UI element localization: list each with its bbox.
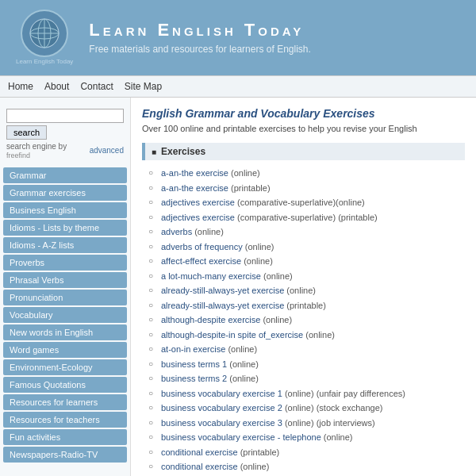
list-item: business vocabulary exercise 3 (online) …: [148, 416, 465, 430]
nav-contact[interactable]: Contact: [80, 81, 113, 92]
exercise-link[interactable]: affect-effect exercise: [161, 256, 241, 266]
exercise-note: (online): [261, 271, 293, 281]
nav-about[interactable]: About: [44, 81, 69, 92]
exercise-note: (online) (stock exchange): [282, 403, 383, 413]
list-item: business terms 1 (online): [148, 358, 465, 371]
logo-label: Learn English Today: [16, 59, 73, 66]
header-text-block: Learn English Today Free materials and r…: [89, 20, 460, 55]
logo-circle: [21, 10, 68, 57]
exercise-link[interactable]: already-still-always-yet exercise: [161, 301, 284, 310]
exercise-link[interactable]: at-on-in exercise: [161, 344, 225, 354]
sidebar-item-famous-quotations[interactable]: Famous Quotations: [3, 377, 127, 393]
list-item: adjectives exercise (comparative-superla…: [148, 211, 465, 225]
search-button[interactable]: search: [6, 125, 47, 140]
exercise-note: (online): [260, 315, 292, 324]
list-item: although-despite exercise (online): [148, 313, 465, 327]
sidebar-item-business-english[interactable]: Business English: [3, 202, 127, 218]
exercises-header: Exercises: [142, 143, 465, 160]
list-item: business vocabulary exercise - telephone…: [148, 431, 465, 444]
sidebar-item-idioms-theme[interactable]: Idioms - Lists by theme: [3, 220, 127, 236]
exercise-link[interactable]: already-still-always-yet exercise: [161, 286, 284, 295]
exercise-note: (printable): [284, 301, 326, 310]
search-engine-row: search engine by freefind advanced: [6, 142, 124, 159]
exercise-link[interactable]: adjectives exercise: [161, 198, 235, 207]
exercise-note: (online): [243, 242, 274, 251]
list-item: adverbs (online): [148, 225, 465, 239]
list-item: adjectives exercise (comparative-superla…: [148, 196, 465, 209]
list-item: a lot-much-many exercise (online): [148, 270, 465, 283]
nav-bar: Home About Contact Site Map: [0, 75, 476, 98]
exercise-link[interactable]: business vocabulary exercise 1: [161, 389, 282, 398]
list-item: conditional exercise (printable): [148, 446, 465, 459]
exercise-link[interactable]: although-despite exercise: [161, 315, 260, 324]
nav-home[interactable]: Home: [8, 81, 33, 92]
exercise-note: (printable): [228, 183, 271, 193]
exercise-note: (online) (unfair pay differences): [282, 389, 405, 398]
sidebar-item-grammar[interactable]: Grammar: [3, 167, 127, 183]
sidebar-item-word-games[interactable]: Word games: [3, 342, 127, 358]
list-item: a-an-the exercise (printable): [148, 182, 465, 195]
exercise-link[interactable]: business terms 2: [161, 374, 227, 383]
search-area: search search engine by freefind advance…: [0, 104, 130, 166]
site-title: Learn English Today: [89, 20, 460, 40]
exercise-note: (online): [228, 168, 260, 178]
exercise-link[interactable]: adjectives exercise: [161, 213, 235, 222]
sidebar: search search engine by freefind advance…: [0, 98, 131, 476]
content-area: English Grammar and Vocabulary Exercises…: [131, 98, 476, 476]
exercise-link[interactable]: business vocabulary exercise 3: [161, 418, 282, 428]
sidebar-item-vocabulary[interactable]: Vocabulary: [3, 307, 127, 323]
exercise-note: (online): [321, 432, 353, 442]
sidebar-item-newspapers-radio[interactable]: Newspapers-Radio-TV: [3, 447, 127, 463]
advanced-link[interactable]: advanced: [90, 146, 124, 155]
exercise-link[interactable]: conditional exercise: [161, 447, 238, 457]
exercise-link[interactable]: conditional exercise: [161, 462, 238, 471]
exercise-link[interactable]: adverbs of frequency: [161, 242, 243, 251]
content-title: English Grammar and Vocabulary Exercises: [142, 107, 465, 120]
list-item: at-on-in exercise (online): [148, 343, 465, 356]
exercise-note: (online): [227, 374, 259, 383]
exercise-note: (online): [241, 256, 273, 266]
sidebar-item-new-words[interactable]: New words in English: [3, 324, 127, 340]
exercise-link[interactable]: adverbs: [161, 227, 192, 236]
sidebar-item-pronunciation[interactable]: Pronunciation: [3, 290, 127, 305]
site-header: Learn English Today Learn English Today …: [0, 0, 476, 75]
exercise-note: (online): [303, 330, 335, 340]
list-item: business terms 2 (online): [148, 372, 465, 386]
exercise-note: (comparative-superlative)(online): [235, 198, 365, 207]
sidebar-item-idioms-az[interactable]: Idioms - A-Z lists: [3, 237, 127, 253]
exercise-link[interactable]: business terms 1: [161, 359, 227, 369]
sidebar-item-resources-learners[interactable]: Resources for learners: [3, 394, 127, 410]
exercise-link[interactable]: although-despite-in spite of_exercise: [161, 330, 303, 340]
exercise-note: (printable): [238, 447, 280, 457]
site-tagline: Free materials and resources for learner…: [89, 44, 460, 55]
exercise-note: (online) (job interviews): [282, 418, 375, 428]
exercise-note: (online): [192, 227, 224, 236]
search-engine-label: search engine by freefind: [6, 142, 67, 159]
sidebar-item-fun-activities[interactable]: Fun activities: [3, 429, 127, 445]
list-item: affect-effect exercise (online): [148, 255, 465, 268]
list-item: business vocabulary exercise 1 (online) …: [148, 387, 465, 401]
list-item: already-still-always-yet exercise (onlin…: [148, 284, 465, 298]
content-subtitle: Over 100 online and printable exercises …: [142, 123, 465, 135]
list-item: adverbs of frequency (online): [148, 240, 465, 254]
exercise-link[interactable]: a lot-much-many exercise: [161, 271, 261, 281]
exercises-list: a-an-the exercise (online)a-an-the exerc…: [142, 167, 465, 476]
list-item: although-despite-in spite of_exercise (o…: [148, 328, 465, 342]
sidebar-item-phrasal-verbs[interactable]: Phrasal Verbs: [3, 272, 127, 288]
sidebar-item-grammar-exercises[interactable]: Grammar exercises: [3, 185, 127, 201]
exercise-link[interactable]: a-an-the exercise: [161, 183, 228, 193]
list-item: business vocabulary exercise 2 (online) …: [148, 401, 465, 415]
list-item: a-an-the exercise (online): [148, 167, 465, 180]
exercise-link[interactable]: business vocabulary exercise - telephone: [161, 432, 321, 442]
search-input[interactable]: [6, 109, 124, 123]
exercise-link[interactable]: business vocabulary exercise 2: [161, 403, 282, 413]
freefind-label: freefind: [6, 152, 30, 159]
exercise-note: (comparative-superlative) (printable): [235, 213, 378, 222]
sidebar-item-environment[interactable]: Environment-Ecology: [3, 359, 127, 375]
list-item: already-still-always-yet exercise (print…: [148, 299, 465, 313]
nav-sitemap[interactable]: Site Map: [125, 81, 162, 92]
sidebar-item-resources-teachers[interactable]: Resources for teachers: [3, 412, 127, 428]
sidebar-item-proverbs[interactable]: Proverbs: [3, 255, 127, 271]
exercise-link[interactable]: a-an-the exercise: [161, 168, 228, 178]
exercise-note: (online): [238, 462, 270, 471]
